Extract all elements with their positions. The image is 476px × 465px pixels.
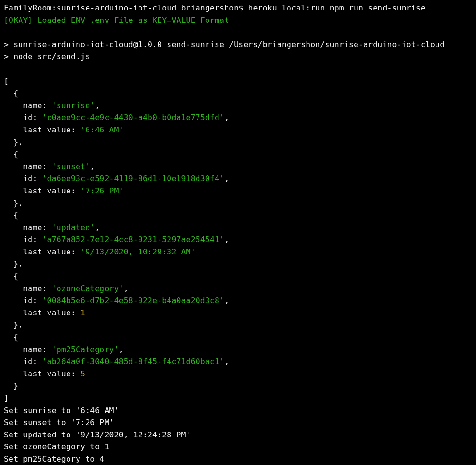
comma-punct: , [224,357,229,366]
val-id: 'da6ee93c-e592-4119-86d1-10e1918d30f4' [42,174,225,183]
comma-punct: , [95,223,99,232]
set-line: Set ozoneCategory to 1 [4,442,109,451]
comma-punct: , [95,101,99,110]
prompt-user: briangershon [181,3,239,12]
brace-close: } [4,381,18,390]
val-id: 'ab264a0f-3040-485d-8f45-f4c71d60bac1' [42,357,225,366]
key-id: id: [4,296,42,305]
comma-punct: , [224,296,229,305]
key-id: id: [4,357,42,366]
key-last: last_value: [4,125,80,134]
val-id: 'a767a852-7e12-4cc8-9231-5297ae254541' [42,235,225,244]
key-id: id: [4,174,42,183]
key-name: name: [4,223,52,232]
set-line: Set pm25Category to 4 [4,455,104,464]
key-last: last_value: [4,186,80,195]
key-last: last_value: [4,369,80,378]
prompt-host: FamilyRoom [4,3,52,12]
key-name: name: [4,162,52,171]
val-name: 'updated' [52,223,95,232]
comma-punct: , [224,235,229,244]
env-ok-line: [OKAY] Loaded ENV .env File as KEY=VALUE… [4,16,229,25]
brace-open: { [4,333,18,342]
comma-punct: , [90,162,95,171]
brace-open: { [4,150,18,159]
terminal-output[interactable]: FamilyRoom:sunrise-arduino-iot-cloud bri… [4,2,472,465]
prompt-colon: : [52,3,57,12]
brace-close: }, [4,320,23,329]
brace-close: }, [4,199,23,208]
val-last: 5 [80,369,85,378]
val-name: 'sunset' [52,162,90,171]
val-last: '7:26 PM' [80,186,124,195]
key-name: name: [4,345,52,354]
val-name: 'pm25Category' [52,345,119,354]
npm-info-line-2: > node src/send.js [4,52,90,61]
set-line: Set updated to '9/13/2020, 12:24:28 PM' [4,430,191,439]
val-id: '0084b5e6-d7b2-4e58-922e-b4a0aa20d3c8' [42,296,225,305]
brace-close: }, [4,138,23,147]
array-open: [ [4,77,9,86]
array-close: ] [4,394,9,403]
comma-punct: , [224,113,229,122]
brace-close: }, [4,259,23,268]
val-last: '9/13/2020, 10:29:32 AM' [80,247,196,256]
val-last: 1 [80,308,85,317]
key-id: id: [4,113,42,122]
brace-open: { [4,89,18,98]
val-last: '6:46 AM' [80,125,124,134]
key-name: name: [4,101,52,110]
brace-open: { [4,211,18,220]
command-text: heroku local:run npm run send-sunrise [248,3,426,12]
set-line: Set sunset to '7:26 PM' [4,418,114,427]
key-last: last_value: [4,247,80,256]
set-line: Set sunrise to '6:46 AM' [4,406,119,415]
comma-punct: , [124,284,129,293]
prompt-cwd: sunrise-arduino-iot-cloud [57,3,177,12]
npm-info-line-1: > sunrise-arduino-iot-cloud@1.0.0 send-s… [4,40,445,49]
key-id: id: [4,235,42,244]
val-id: 'c0aee9cc-4e9c-4430-a4b0-b0da1e775dfd' [42,113,225,122]
key-name: name: [4,284,52,293]
comma-punct: , [224,174,229,183]
brace-open: { [4,272,18,281]
key-last: last_value: [4,308,80,317]
comma-punct: , [119,345,124,354]
prompt-sep: $ [238,3,243,12]
val-name: 'sunrise' [52,101,95,110]
val-name: 'ozoneCategory' [52,284,124,293]
